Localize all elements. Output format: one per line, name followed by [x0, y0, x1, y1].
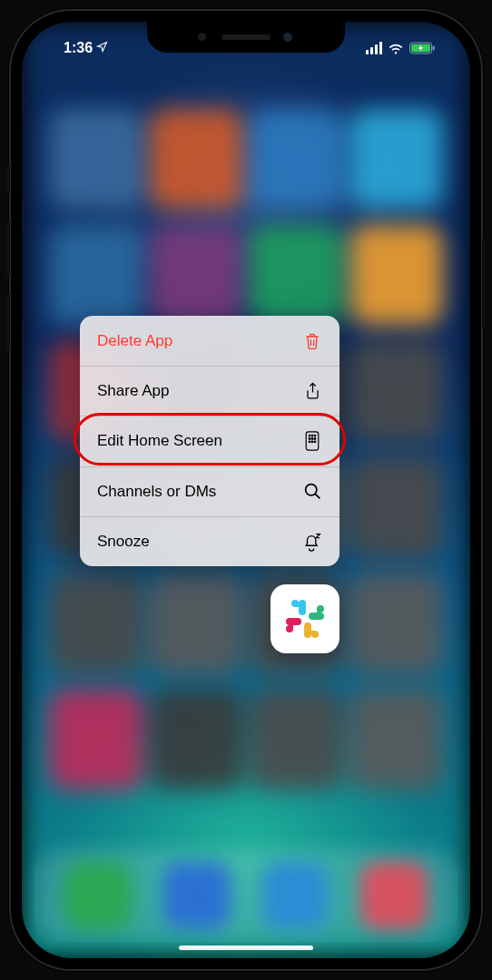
home-indicator[interactable]	[179, 946, 313, 950]
apps-grid-icon	[302, 431, 322, 451]
menu-item-label: Share App	[97, 382, 169, 400]
status-time: 1:36	[64, 40, 93, 56]
dock-app-icon	[261, 862, 329, 929]
slack-icon	[282, 596, 328, 642]
blurred-app-icon	[49, 690, 143, 789]
svg-rect-15	[309, 612, 324, 620]
blurred-app-icon	[350, 341, 444, 441]
svg-rect-16	[304, 622, 311, 638]
menu-item-edit-home-screen[interactable]: Edit Home Screen	[80, 416, 339, 466]
svg-point-10	[309, 441, 310, 443]
svg-point-7	[309, 438, 310, 440]
focused-app-slack[interactable]	[271, 584, 339, 653]
blurred-app-icon	[150, 690, 243, 789]
blurred-app-icon	[49, 225, 143, 325]
dock	[34, 849, 458, 942]
context-menu: Delete App Share App Edit Home Screen Ch…	[80, 316, 339, 566]
blurred-app-icon	[250, 690, 343, 789]
blurred-app-icon	[150, 109, 243, 209]
cellular-signal-icon	[366, 42, 383, 54]
menu-item-label: Edit Home Screen	[97, 432, 222, 450]
blurred-app-icon	[350, 457, 444, 557]
svg-point-4	[309, 436, 310, 437]
bell-snooze-icon	[302, 532, 322, 552]
svg-point-8	[311, 438, 313, 440]
dock-app-icon	[360, 862, 428, 929]
menu-item-snooze[interactable]: Snooze	[80, 516, 339, 566]
svg-rect-14	[299, 600, 306, 615]
svg-rect-17	[286, 618, 301, 625]
blurred-app-icon	[150, 573, 243, 673]
menu-item-label: Delete App	[97, 332, 172, 350]
dock-app-icon	[64, 862, 132, 929]
blurred-app-icon	[350, 573, 444, 673]
svg-point-12	[314, 441, 316, 443]
menu-item-delete-app[interactable]: Delete App	[80, 316, 339, 366]
menu-item-share-app[interactable]: Share App	[80, 366, 339, 416]
search-icon	[302, 482, 322, 502]
share-icon	[302, 381, 322, 401]
menu-item-label: Snooze	[97, 533, 150, 551]
wifi-icon	[388, 42, 404, 54]
dock-app-icon	[163, 862, 231, 929]
blurred-app-icon	[350, 690, 444, 789]
svg-rect-2	[433, 46, 435, 51]
svg-point-13	[305, 485, 316, 495]
menu-item-channels-or-dms[interactable]: Channels or DMs	[80, 466, 339, 516]
blurred-app-icon	[49, 573, 143, 673]
blurred-app-icon	[350, 225, 444, 325]
battery-charging-icon	[409, 42, 436, 54]
svg-point-6	[314, 436, 316, 437]
location-arrow-icon	[96, 40, 108, 56]
svg-point-9	[314, 438, 316, 440]
trash-icon	[302, 331, 322, 351]
svg-point-11	[311, 441, 313, 443]
blurred-app-icon	[150, 225, 243, 325]
phone-screen: 1:36 Delete App	[22, 22, 470, 958]
blurred-app-icon	[350, 109, 444, 209]
menu-item-label: Channels or DMs	[97, 483, 216, 501]
blurred-app-icon	[49, 109, 143, 209]
svg-point-5	[311, 436, 313, 437]
blurred-app-icon	[250, 225, 343, 325]
blurred-app-icon	[250, 109, 343, 209]
